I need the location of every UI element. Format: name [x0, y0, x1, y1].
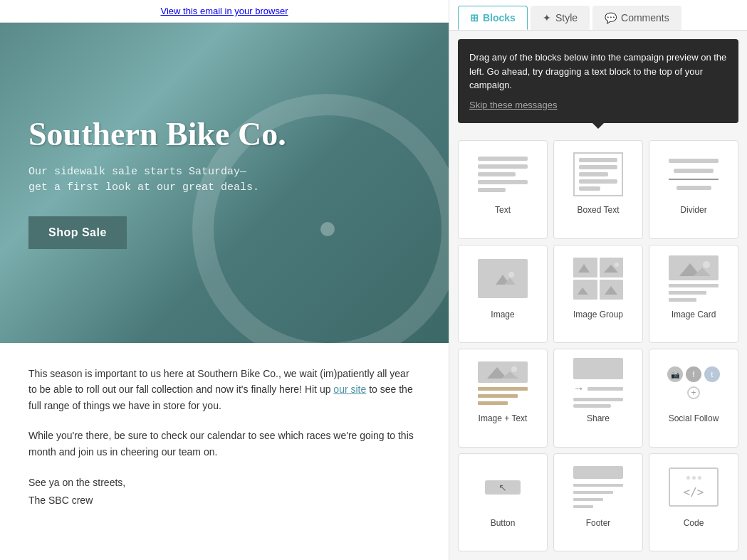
- mountain-icon: [489, 269, 517, 289]
- our-site-link[interactable]: our site: [333, 384, 366, 395]
- cursor-icon: ↖: [498, 482, 507, 493]
- block-footer-preview: [570, 463, 627, 512]
- block-divider-preview: [665, 149, 722, 199]
- share-arrow-icon: →: [573, 382, 585, 395]
- block-code[interactable]: </> Code: [649, 453, 738, 552]
- email-signature: See ya on the streets, The SBC crew: [28, 474, 420, 509]
- blocks-icon: ⊞: [470, 12, 479, 23]
- block-button-label: Button: [491, 518, 516, 528]
- button-shape: ↖: [485, 480, 521, 495]
- block-image-text-label: Image + Text: [479, 413, 528, 423]
- block-text[interactable]: Text: [458, 140, 548, 239]
- block-image[interactable]: Image: [458, 245, 548, 344]
- tab-blocks[interactable]: ⊞ Blocks: [458, 6, 528, 30]
- block-share-preview: →: [570, 358, 627, 408]
- view-in-browser-link[interactable]: View this email in your browser: [161, 6, 288, 16]
- info-tooltip: Drag any of the blocks below into the ca…: [458, 39, 738, 123]
- mountain-icon-sm: [575, 260, 595, 275]
- block-boxed-text-label: Boxed Text: [577, 205, 619, 215]
- twitter-icon: t: [704, 366, 720, 382]
- comments-icon: 💬: [605, 12, 617, 23]
- blocks-panel: ⊞ Blocks ✦ Style 💬 Comments Drag any of …: [449, 0, 747, 560]
- svg-point-20: [511, 366, 517, 372]
- block-code-preview: </>: [665, 463, 722, 512]
- block-image-card-preview: [665, 254, 722, 304]
- block-code-label: Code: [684, 518, 704, 528]
- facebook-icon: f: [686, 366, 701, 382]
- svg-point-8: [615, 263, 619, 267]
- block-image-text[interactable]: Image + Text: [458, 349, 548, 448]
- block-image-text-preview: [474, 358, 531, 408]
- block-image-card[interactable]: Image Card: [649, 245, 738, 344]
- svg-point-3: [508, 272, 514, 278]
- block-image-group-label: Image Group: [573, 310, 623, 319]
- block-button[interactable]: ↖ Button: [458, 453, 548, 552]
- block-button-preview: ↖: [474, 463, 531, 512]
- body-paragraph-2: While you're there, be sure to check our…: [28, 428, 420, 460]
- svg-point-16: [703, 261, 710, 268]
- email-body: This season is important to us here at S…: [0, 343, 449, 532]
- block-image-card-label: Image Card: [672, 310, 716, 319]
- block-social-follow[interactable]: 📷 f t + Social Follow: [649, 349, 738, 448]
- email-browser-bar: View this email in your browser: [0, 0, 449, 23]
- email-hero: Southern Bike Co. Our sidewalk sale star…: [0, 23, 449, 343]
- code-dots: [686, 476, 701, 480]
- panel-tabs: ⊞ Blocks ✦ Style 💬 Comments: [449, 0, 747, 31]
- svg-rect-9: [575, 282, 595, 297]
- mountain-icon-sm4: [601, 282, 621, 297]
- info-message: Drag any of the blocks below into the ca…: [469, 52, 726, 90]
- block-footer-label: Footer: [586, 518, 611, 528]
- block-divider[interactable]: Divider: [649, 140, 738, 239]
- body-paragraph-1: This season is important to us here at S…: [28, 366, 420, 413]
- mountain-icon-sm2: [601, 260, 621, 275]
- block-image-group-preview: [570, 254, 627, 304]
- mountain-icon-sm3: [575, 282, 595, 297]
- skip-messages-link[interactable]: Skip these messages: [469, 98, 558, 112]
- block-footer[interactable]: Footer: [553, 453, 643, 552]
- block-boxed-text[interactable]: Boxed Text: [553, 140, 643, 239]
- shop-sale-button[interactable]: Shop Sale: [28, 216, 127, 249]
- email-content: Southern Bike Co. Our sidewalk sale star…: [0, 23, 449, 560]
- instagram-icon: 📷: [667, 366, 683, 382]
- code-brackets-icon: </>: [684, 485, 704, 499]
- block-divider-label: Divider: [680, 205, 706, 215]
- style-icon: ✦: [543, 12, 551, 23]
- block-image-label: Image: [491, 310, 514, 319]
- block-image-group[interactable]: Image Group: [553, 245, 643, 344]
- block-boxed-text-preview: [570, 149, 627, 199]
- block-text-label: Text: [495, 205, 511, 215]
- add-social-icon: +: [687, 386, 700, 399]
- block-share-label: Share: [587, 413, 610, 423]
- block-social-follow-preview: 📷 f t +: [665, 358, 722, 408]
- tab-style[interactable]: ✦ Style: [531, 6, 590, 30]
- block-image-preview: [474, 254, 531, 304]
- card-mountain-icon: [672, 258, 715, 279]
- block-social-follow-label: Social Follow: [669, 413, 719, 423]
- imgtext-mountain-icon: [481, 363, 524, 381]
- email-preview: View this email in your browser Southern…: [0, 0, 449, 560]
- block-text-preview: [474, 149, 531, 199]
- block-share[interactable]: → Share: [553, 349, 643, 448]
- blocks-grid: Text Boxed Text: [449, 132, 747, 560]
- tab-comments[interactable]: 💬 Comments: [592, 6, 681, 30]
